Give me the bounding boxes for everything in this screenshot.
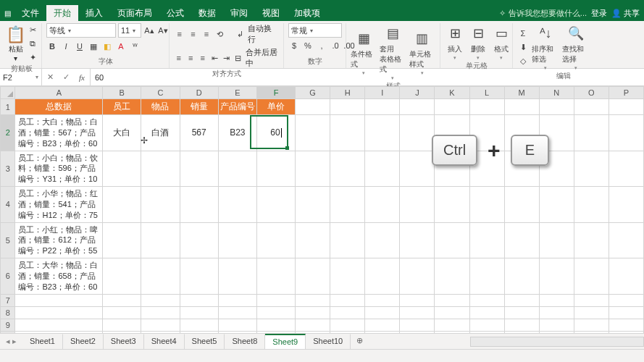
worksheet-grid[interactable]: A B C D E F G H I J K L M N O P 1 总数据 员工… xyxy=(0,86,644,362)
col-header[interactable]: A xyxy=(15,87,103,99)
cell[interactable] xyxy=(539,306,574,319)
orientation-button[interactable]: ⟲ xyxy=(214,28,226,41)
cell[interactable] xyxy=(296,258,330,295)
col-header[interactable]: B xyxy=(103,87,141,99)
col-header[interactable]: M xyxy=(504,87,539,99)
cell[interactable] xyxy=(365,294,400,306)
cell[interactable] xyxy=(609,99,643,115)
col-header[interactable]: O xyxy=(574,87,609,99)
col-header[interactable]: I xyxy=(365,87,400,99)
number-format-combo[interactable]: 常规▾ xyxy=(288,23,342,38)
cell[interactable] xyxy=(296,187,330,223)
row-header[interactable]: 7 xyxy=(1,294,15,306)
cell[interactable] xyxy=(574,222,609,258)
header-cell[interactable]: 物品 xyxy=(141,99,180,115)
cell[interactable] xyxy=(609,306,643,319)
delete-cells-button[interactable]: ⊟删除▾ xyxy=(468,23,488,61)
cell[interactable] xyxy=(574,151,609,187)
header-cell[interactable]: 销量 xyxy=(180,99,218,115)
col-header[interactable]: N xyxy=(539,87,574,99)
header-cell[interactable]: 单价 xyxy=(256,99,295,115)
cell[interactable] xyxy=(469,306,504,319)
cell[interactable] xyxy=(365,99,400,115)
cell[interactable] xyxy=(365,115,400,151)
cell[interactable]: 白酒 xyxy=(141,115,180,151)
decrease-indent-button[interactable]: ⇤ xyxy=(209,51,219,64)
cell[interactable] xyxy=(256,294,295,306)
cell[interactable] xyxy=(256,222,295,258)
cell[interactable] xyxy=(400,99,435,115)
col-header[interactable]: C xyxy=(141,87,180,99)
cell[interactable] xyxy=(539,222,574,258)
cell[interactable] xyxy=(365,187,400,223)
font-name-combo[interactable]: 等线▾ xyxy=(46,23,116,38)
cell[interactable] xyxy=(400,222,435,258)
cell[interactable] xyxy=(256,319,295,331)
align-left-button[interactable]: ≡ xyxy=(174,51,183,64)
add-sheet-button[interactable]: ⊕ xyxy=(351,334,369,349)
row-header[interactable]: 4 xyxy=(1,187,15,223)
col-header[interactable]: D xyxy=(180,87,218,99)
cell[interactable] xyxy=(469,258,504,295)
cell[interactable] xyxy=(103,187,141,223)
cell[interactable] xyxy=(609,115,643,151)
cell[interactable] xyxy=(15,319,103,331)
underline-button[interactable]: U xyxy=(74,40,85,53)
cell[interactable] xyxy=(141,294,180,306)
sheet-tab[interactable]: Sheet8 xyxy=(225,334,265,349)
sheet-tab[interactable]: Sheet5 xyxy=(185,334,225,349)
tab-review[interactable]: 审阅 xyxy=(223,5,255,21)
cell[interactable] xyxy=(365,306,400,319)
cell[interactable] xyxy=(256,258,295,295)
sheet-tab[interactable]: Sheet2 xyxy=(63,334,104,349)
cell[interactable] xyxy=(504,222,539,258)
row-header[interactable]: 3 xyxy=(1,151,15,187)
cell[interactable]: 员工：小白；物品：饮料；销量：596；产品编号：Y31；单价：10 xyxy=(15,151,103,187)
cell[interactable] xyxy=(574,115,609,151)
col-header[interactable]: H xyxy=(330,87,365,99)
cell[interactable] xyxy=(365,222,400,258)
cell[interactable] xyxy=(435,222,469,258)
cell[interactable] xyxy=(256,187,295,223)
border-button[interactable]: ▦ xyxy=(88,40,99,53)
cell[interactable] xyxy=(141,187,180,223)
active-cell[interactable]: 60 xyxy=(256,115,295,151)
cell[interactable] xyxy=(574,319,609,331)
cell[interactable] xyxy=(539,294,574,306)
cell[interactable] xyxy=(296,294,330,306)
format-cells-button[interactable]: ▭格式▾ xyxy=(491,23,511,61)
cell[interactable] xyxy=(400,115,435,151)
cell[interactable] xyxy=(469,222,504,258)
header-cell[interactable]: 总数据 xyxy=(15,99,103,115)
paste-dropdown-icon[interactable]: ▾ xyxy=(14,54,17,62)
cell[interactable] xyxy=(103,222,141,258)
cell[interactable] xyxy=(609,187,643,223)
row-header[interactable]: 8 xyxy=(1,306,15,319)
header-cell[interactable]: 产品编号 xyxy=(218,99,256,115)
cell[interactable] xyxy=(330,222,365,258)
cell[interactable] xyxy=(218,222,256,258)
cell[interactable] xyxy=(609,319,643,331)
cell[interactable] xyxy=(539,319,574,331)
sheet-tab-active[interactable]: Sheet9 xyxy=(265,334,306,349)
cell[interactable]: 员工：小红；物品：啤酒；销量：612；产品编号：P22；单价：55 xyxy=(15,222,103,258)
cancel-button[interactable]: ✕ xyxy=(42,72,58,82)
header-cell[interactable]: 员工 xyxy=(103,99,141,115)
name-box[interactable]: F2 ▾ xyxy=(0,69,42,85)
cell[interactable] xyxy=(180,294,218,306)
cell[interactable] xyxy=(365,151,400,187)
cell[interactable] xyxy=(15,294,103,306)
tab-layout[interactable]: 页面布局 xyxy=(110,5,159,21)
cell[interactable] xyxy=(103,258,141,295)
cell[interactable] xyxy=(574,99,609,115)
cell[interactable] xyxy=(504,319,539,331)
cell[interactable] xyxy=(296,306,330,319)
cell[interactable] xyxy=(574,306,609,319)
col-header[interactable]: L xyxy=(469,87,504,99)
cell[interactable] xyxy=(539,258,574,295)
tell-me-box[interactable]: ✧ 告诉我您想要做什么... xyxy=(499,8,587,19)
copy-button[interactable]: ⧉ xyxy=(27,37,38,50)
cell[interactable] xyxy=(400,187,435,223)
sheet-tab[interactable]: Sheet4 xyxy=(144,334,185,349)
cell[interactable] xyxy=(296,151,330,187)
